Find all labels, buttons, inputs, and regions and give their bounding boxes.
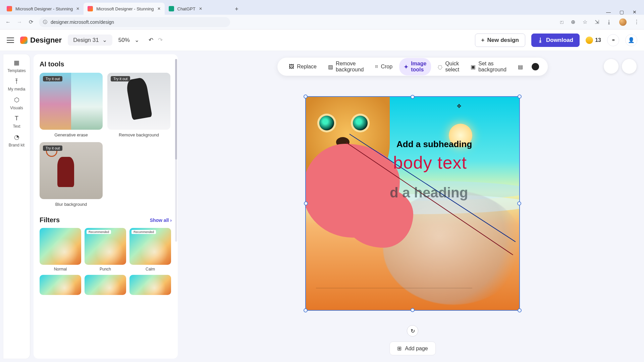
image-tools-button[interactable]: ✦Image tools: [399, 58, 431, 75]
close-icon[interactable]: ✕: [199, 6, 202, 11]
crop-label: Crop: [381, 64, 392, 70]
filter-card-calm[interactable]: Recommended Calm: [129, 228, 171, 272]
templates-icon: ▦: [14, 59, 19, 66]
window-close-icon[interactable]: ✕: [633, 9, 637, 15]
filter-card[interactable]: [85, 275, 126, 295]
panel-scrollbar[interactable]: [175, 59, 177, 242]
zoom-level[interactable]: 50%: [118, 37, 130, 44]
set-as-background-button[interactable]: ▣Set as background: [466, 58, 511, 75]
try-it-out-badge: Try it out: [43, 76, 62, 81]
filter-card[interactable]: [40, 275, 81, 295]
image-icon: 🖼: [289, 64, 294, 70]
recommended-badge: Recommended: [131, 230, 156, 234]
logo-text: Designer: [30, 36, 62, 45]
resize-handle[interactable]: [411, 95, 415, 99]
context-toolbar: 🖼Replace ▨Remove background ⌗Crop ✦Image…: [277, 58, 548, 76]
plus-icon: +: [481, 37, 485, 44]
add-page-label: Add page: [405, 346, 428, 352]
browser-tab[interactable]: ChatGPT ✕: [165, 3, 232, 15]
install-app-icon[interactable]: ⏍: [560, 19, 564, 25]
more-options-button[interactable]: ▤: [513, 61, 528, 73]
maximize-icon[interactable]: ▢: [620, 9, 624, 15]
resize-handle[interactable]: [304, 95, 308, 99]
resize-handle[interactable]: [304, 308, 308, 312]
resize-handle[interactable]: [517, 201, 521, 205]
show-all-link[interactable]: Show all ›: [150, 218, 172, 223]
design-canvas[interactable]: Add a subheading body text d a heading ✥: [305, 96, 520, 311]
dog-eye-shape: [353, 116, 368, 130]
chevron-right-icon: ›: [170, 218, 172, 223]
design-title-dropdown[interactable]: Design 31 ⌄: [68, 35, 112, 46]
new-tab-button[interactable]: +: [232, 6, 242, 15]
remove-background-button[interactable]: ▨Remove background: [323, 58, 369, 75]
heading-text[interactable]: d a heading: [390, 185, 468, 201]
floating-action-button[interactable]: [604, 59, 619, 74]
rail-my-media[interactable]: ⭱ My media: [7, 78, 27, 92]
tab-title: Microsoft Designer - Stunning: [15, 6, 73, 11]
kebab-menu-icon[interactable]: ⋮: [634, 19, 639, 25]
download-label: Download: [546, 37, 573, 44]
resize-handle[interactable]: [304, 201, 308, 205]
account-icon[interactable]: 👤: [625, 34, 637, 46]
subheading-text[interactable]: Add a subheading: [396, 139, 472, 149]
hamburger-menu-icon[interactable]: [7, 38, 14, 43]
ai-card-blur-background[interactable]: Try it out Blur background: [40, 142, 103, 207]
resize-handle[interactable]: [518, 95, 522, 99]
browser-tab[interactable]: Microsoft Designer - Stunning ✕: [84, 3, 164, 15]
close-icon[interactable]: ✕: [76, 6, 79, 11]
filter-card[interactable]: [129, 275, 171, 295]
chevron-down-icon[interactable]: ⌄: [135, 37, 139, 44]
text-icon: T: [15, 115, 18, 122]
left-rail: ▦ Templates ⭱ My media ⬡ Visuals T Text …: [3, 54, 30, 359]
new-design-button[interactable]: + New design: [475, 34, 525, 47]
downloads-icon[interactable]: ⭳: [606, 19, 612, 25]
set-bg-label: Set as background: [478, 61, 506, 73]
back-icon[interactable]: ←: [5, 19, 11, 25]
rail-label: Templates: [7, 68, 26, 73]
resize-handle[interactable]: [411, 308, 415, 312]
minimize-icon[interactable]: ―: [606, 9, 611, 15]
floating-action-button[interactable]: [622, 59, 637, 74]
browser-tab[interactable]: Microsoft Designer - Stunning ✕: [3, 3, 84, 15]
tab-favicon-icon: [7, 6, 12, 11]
rail-templates[interactable]: ▦ Templates: [7, 59, 27, 73]
canvas-artwork[interactable]: Add a subheading body text d a heading ✥: [306, 97, 519, 310]
forward-icon[interactable]: →: [16, 19, 23, 25]
replace-button[interactable]: 🖼Replace: [284, 61, 321, 72]
rotate-handle[interactable]: ↻: [407, 325, 418, 337]
ai-card-generative-erase[interactable]: Try it out Generative erase: [40, 73, 103, 137]
redo-icon[interactable]: ↷: [158, 37, 163, 44]
site-info-icon[interactable]: ⓘ: [43, 19, 47, 25]
reload-icon[interactable]: ⟳: [28, 19, 34, 25]
coin-balance[interactable]: 13: [586, 37, 601, 44]
filter-card-punch[interactable]: Recommended Punch: [85, 228, 126, 272]
close-icon[interactable]: ✕: [157, 6, 161, 11]
undo-icon[interactable]: ↶: [149, 37, 153, 44]
add-page-button[interactable]: ⊞ Add page: [389, 342, 436, 355]
profile-avatar-icon[interactable]: [619, 18, 627, 26]
ai-card-remove-background[interactable]: Try it out Remove background: [107, 73, 170, 137]
designer-logo[interactable]: Designer: [20, 36, 62, 45]
rail-brand-kit[interactable]: ◔ Brand kit: [7, 133, 27, 147]
filter-card-normal[interactable]: Normal: [40, 228, 81, 272]
rotate-icon: ↻: [411, 328, 415, 334]
ai-card-label: Remove background: [107, 132, 170, 137]
bookmark-icon[interactable]: ☆: [583, 19, 587, 25]
resize-handle[interactable]: [518, 308, 522, 312]
color-button[interactable]: [530, 63, 541, 70]
share-icon[interactable]: ⚭: [607, 34, 619, 46]
try-it-out-badge: Try it out: [43, 145, 62, 151]
chevron-down-icon: ⌄: [102, 37, 107, 44]
ai-tools-heading: AI tools: [40, 60, 172, 68]
extensions-icon[interactable]: ⇲: [595, 19, 599, 25]
download-button[interactable]: ⭳ Download: [531, 34, 580, 47]
layers-icon: ▤: [518, 64, 523, 70]
crop-icon: ⌗: [375, 64, 378, 70]
crop-button[interactable]: ⌗Crop: [370, 61, 397, 72]
rail-visuals[interactable]: ⬡ Visuals: [7, 96, 27, 110]
zoom-icon[interactable]: ⊕: [571, 19, 575, 25]
body-text[interactable]: body text: [393, 153, 467, 173]
quick-select-button[interactable]: ◌Quick select: [433, 58, 464, 75]
rail-text[interactable]: T Text: [7, 115, 27, 129]
url-input[interactable]: ⓘ designer.microsoft.com/design: [39, 17, 230, 27]
